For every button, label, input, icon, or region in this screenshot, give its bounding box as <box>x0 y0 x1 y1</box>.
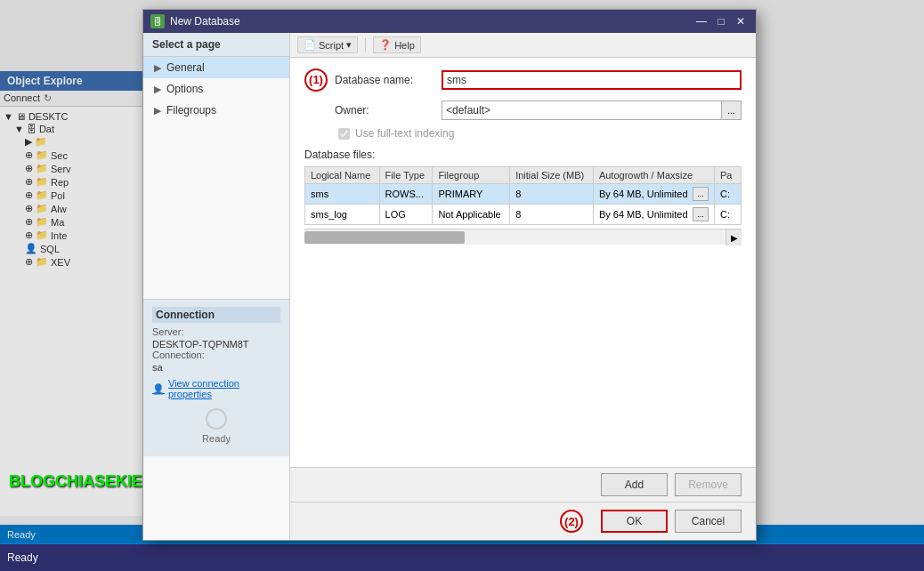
server-value: DESKTOP-TQPNM8T <box>152 339 280 350</box>
col-initial-size: Initial Size (MB) <box>510 167 594 184</box>
scroll-thumb[interactable] <box>304 231 465 244</box>
page-item-filegroups[interactable]: ▶ Filegroups <box>143 100 289 121</box>
step1-label: (1) <box>304 68 328 92</box>
cell-autogrowth-1: By 64 MB, Unlimited ... <box>593 205 714 225</box>
dialog-left-panel: Select a page ▶ General ▶ Options ▶ File… <box>143 33 290 540</box>
db-name-section: (1) Database name: <box>304 68 742 92</box>
script-button[interactable]: 📄 Script ▾ <box>297 36 358 53</box>
dialog-body: Select a page ▶ General ▶ Options ▶ File… <box>143 33 756 540</box>
cell-logical-name-0: sms <box>305 184 380 205</box>
scroll-right-arrow[interactable]: ▶ <box>725 229 742 245</box>
page-arrow-general: ▶ <box>154 62 161 74</box>
col-path: Pa <box>715 167 742 184</box>
cell-logical-name-1: sms_log <box>305 205 380 225</box>
taskbar-ready: Ready <box>7 551 38 564</box>
autogrowth-browse-1[interactable]: ... <box>693 207 709 221</box>
fulltext-row: Use full-text indexing <box>335 127 742 140</box>
dialog-close-button[interactable]: ✕ <box>733 14 749 28</box>
page-label-filegroups: Filegroups <box>166 104 216 117</box>
step2-wrapper: (2) <box>560 510 587 533</box>
cell-filegroup-1: Not Applicable <box>433 205 510 225</box>
fulltext-checkbox[interactable] <box>338 128 350 140</box>
owner-row: Owner: ... <box>335 101 742 120</box>
script-icon: 📄 <box>304 39 316 51</box>
connection-panel: Connection Server: DESKTOP-TQPNM8T Conne… <box>143 299 289 456</box>
cell-size-1: 8 <box>510 205 594 225</box>
add-button[interactable]: Add <box>601 473 668 496</box>
connection-props-icon: 👤 <box>152 383 165 395</box>
page-item-general[interactable]: ▶ General <box>143 57 289 78</box>
progress-circle <box>206 408 227 430</box>
left-spacer <box>143 121 289 299</box>
col-autogrowth: Autogrowth / Maxsize <box>593 167 714 184</box>
help-button[interactable]: ❓ Help <box>373 36 421 53</box>
new-database-dialog: 🗄 New Database — □ ✕ Select a page ▶ Gen… <box>142 9 757 541</box>
dialog-minimize-button[interactable]: — <box>693 14 709 28</box>
owner-label: Owner: <box>335 104 442 117</box>
fulltext-label: Use full-text indexing <box>355 127 454 140</box>
db-files-label: Database files: <box>304 149 742 161</box>
cell-filegroup-0: PRIMARY <box>433 184 510 205</box>
owner-input[interactable] <box>442 101 722 120</box>
select-page-header: Select a page <box>143 33 289 57</box>
cell-path-0: C: <box>715 184 742 205</box>
col-filegroup: Filegroup <box>433 167 510 184</box>
dialog-content: (1) Database name: Owner: ... Use full-t… <box>290 58 756 467</box>
ready-text: Ready <box>202 433 231 444</box>
cell-file-type-1: LOG <box>379 205 433 225</box>
dialog-right-panel: 📄 Script ▾ ❓ Help (1) Database name: <box>290 33 756 540</box>
dialog-toolbar: 📄 Script ▾ ❓ Help <box>290 33 756 58</box>
db-name-input[interactable] <box>442 70 742 90</box>
taskbar: Ready <box>0 544 924 571</box>
page-label-options: Options <box>166 83 203 95</box>
add-remove-row: Add Remove <box>290 467 756 502</box>
cell-file-type-0: ROWS... <box>379 184 433 205</box>
page-item-options[interactable]: ▶ Options <box>143 78 289 100</box>
connection-value: sa <box>152 362 280 373</box>
page-arrow-filegroups: ▶ <box>154 105 161 117</box>
view-props-text: View connection properties <box>168 378 280 399</box>
cell-size-0: 8 <box>510 184 594 205</box>
dialog-footer: (2) OK Cancel <box>290 502 756 540</box>
autogrowth-browse-0[interactable]: ... <box>693 187 709 201</box>
connection-label: Connection: <box>152 350 280 360</box>
dialog-db-icon: 🗄 <box>150 14 165 28</box>
files-table: Logical Name File Type Filegroup Initial… <box>304 166 742 225</box>
step2-label: (2) <box>560 510 583 533</box>
help-icon: ❓ <box>379 39 392 51</box>
horizontal-scrollbar[interactable]: ▶ <box>304 229 742 245</box>
dialog-title-left: 🗄 New Database <box>150 14 240 28</box>
col-file-type: File Type <box>379 167 433 184</box>
owner-browse-button[interactable]: ... <box>722 101 742 120</box>
server-label: Server: <box>152 326 280 337</box>
page-label-general: General <box>166 61 205 74</box>
dialog-titlebar: 🗄 New Database — □ ✕ <box>143 10 756 33</box>
ready-row: Ready <box>152 399 280 449</box>
toolbar-separator <box>365 38 366 52</box>
cell-path-1: C: <box>715 205 742 225</box>
connection-title: Connection <box>152 307 280 323</box>
ok-button[interactable]: OK <box>601 510 668 533</box>
table-row-sms-log[interactable]: sms_log LOG Not Applicable 8 By 64 MB, U… <box>305 205 742 225</box>
page-arrow-options: ▶ <box>154 84 161 95</box>
dialog-title: New Database <box>170 15 240 28</box>
script-dropdown-icon: ▾ <box>346 39 352 51</box>
dialog-maximize-button[interactable]: □ <box>713 14 729 28</box>
view-connection-properties-link[interactable]: 👤 View connection properties <box>152 378 280 399</box>
db-name-label: Database name: <box>335 74 442 86</box>
cell-autogrowth-0: By 64 MB, Unlimited ... <box>593 184 714 205</box>
dialog-title-buttons: — □ ✕ <box>693 14 749 28</box>
remove-button[interactable]: Remove <box>675 473 742 496</box>
cancel-button[interactable]: Cancel <box>675 510 742 533</box>
table-row-sms[interactable]: sms ROWS... PRIMARY 8 By 64 MB, Unlimite… <box>305 184 742 205</box>
col-logical-name: Logical Name <box>305 167 380 184</box>
